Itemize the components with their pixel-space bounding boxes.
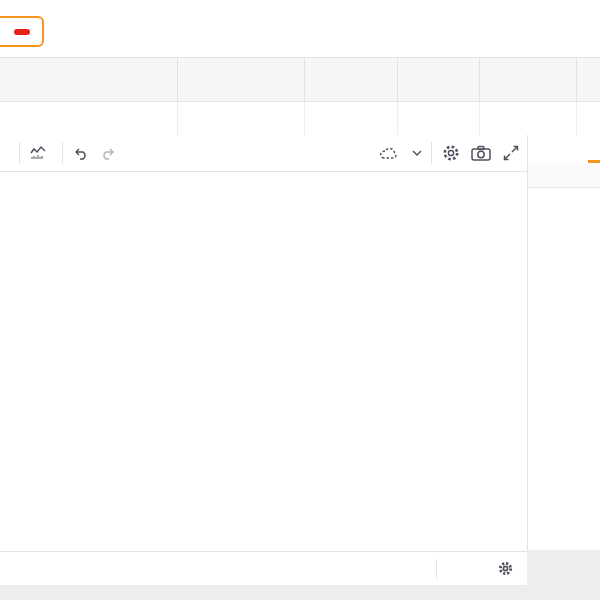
camera-button[interactable] <box>470 144 492 162</box>
summary-value-san <box>305 102 398 135</box>
summary-header-tonggt <box>178 58 305 102</box>
chart-toolbar <box>0 135 527 172</box>
chart-region <box>0 135 527 585</box>
summary-table <box>0 57 600 136</box>
top-strip <box>0 0 600 57</box>
save-layout-button[interactable] <box>378 145 422 161</box>
summary-header-klb <box>0 58 178 102</box>
scale-settings-gear-icon[interactable] <box>497 560 514 577</box>
panel-tabs <box>528 135 600 163</box>
redo-button[interactable] <box>99 145 117 161</box>
wave-chart-icon <box>29 145 47 161</box>
chevron-down-icon <box>412 150 422 157</box>
settings-button[interactable] <box>441 143 461 163</box>
summary-value-tc <box>398 102 480 135</box>
bottom-bar-divider <box>436 559 437 579</box>
panel-active-tab[interactable] <box>588 155 600 163</box>
summary-header-tc <box>398 58 480 102</box>
summary-header-filler <box>577 58 600 102</box>
new-badge <box>14 29 30 35</box>
summary-value-tran <box>480 102 577 135</box>
undo-button[interactable] <box>72 145 90 161</box>
templates-button[interactable] <box>29 145 53 161</box>
summary-value-klb <box>0 102 178 135</box>
watchlist-button[interactable] <box>0 16 44 47</box>
price-chart[interactable] <box>0 172 527 551</box>
toolbar-divider <box>19 142 20 164</box>
summary-header-san <box>305 58 398 102</box>
order-book-panel <box>527 135 600 550</box>
cloud-icon <box>378 145 400 161</box>
chart-bottom-bar <box>0 551 527 585</box>
toolbar-divider <box>62 142 63 164</box>
fullscreen-button[interactable] <box>501 143 521 163</box>
toolbar-divider <box>431 142 432 164</box>
summary-value-filler <box>577 102 600 135</box>
chart-area[interactable] <box>0 172 527 551</box>
summary-header-tran <box>480 58 577 102</box>
summary-value-tonggt <box>178 102 305 135</box>
kl-mua-header <box>528 163 600 188</box>
